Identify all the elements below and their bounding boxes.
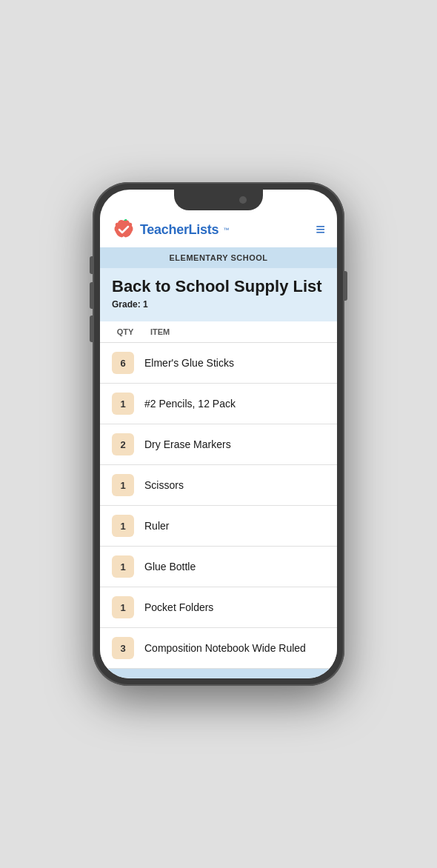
item-column-header: ITEM: [150, 327, 170, 336]
camera: [239, 196, 247, 204]
notch: [174, 190, 263, 210]
cart-section: Take Me to My Cart: a: [100, 669, 337, 678]
table-header: QTY ITEM: [100, 321, 337, 343]
screen-content: TeacherLists™ ≡ ELEMENTARY SCHOOL Back t…: [100, 190, 337, 678]
item-name: Composition Notebook Wide Ruled: [144, 642, 306, 654]
title-section: Back to School Supply List Grade: 1: [100, 268, 337, 321]
qty-badge: 1: [112, 515, 134, 537]
logo-text: TeacherLists: [140, 222, 218, 238]
logo: TeacherLists™: [112, 218, 229, 241]
qty-badge: 6: [112, 352, 134, 374]
logo-tm: ™: [223, 227, 229, 233]
supply-item: 1 Glue Bottle: [100, 547, 337, 587]
qty-badge: 1: [112, 393, 134, 415]
grade-label: Grade: 1: [112, 299, 325, 310]
qty-column-header: QTY: [112, 327, 139, 336]
phone-frame: TeacherLists™ ≡ ELEMENTARY SCHOOL Back t…: [93, 182, 344, 686]
item-name: Pocket Folders: [144, 601, 213, 613]
item-name: Dry Erase Markers: [144, 438, 231, 450]
supply-item: 1 Scissors: [100, 465, 337, 506]
supply-item: 6 Elmer's Glue Sticks: [100, 343, 337, 384]
item-name: Ruler: [144, 520, 169, 532]
item-name: Scissors: [144, 479, 184, 491]
app-header: TeacherLists™ ≡: [100, 210, 337, 247]
qty-badge: 1: [112, 474, 134, 496]
phone-screen: TeacherLists™ ≡ ELEMENTARY SCHOOL Back t…: [100, 190, 337, 678]
menu-button[interactable]: ≡: [316, 221, 325, 238]
school-banner: ELEMENTARY SCHOOL: [100, 247, 337, 268]
supply-list: 6 Elmer's Glue Sticks 1 #2 Pencils, 12 P…: [100, 343, 337, 669]
supply-item: 3 Composition Notebook Wide Ruled: [100, 628, 337, 669]
qty-badge: 3: [112, 637, 134, 659]
qty-badge: 1: [112, 596, 134, 618]
supply-item: 2 Dry Erase Markers: [100, 424, 337, 465]
list-title: Back to School Supply List: [112, 277, 325, 296]
qty-badge: 1: [112, 555, 134, 578]
item-name: #2 Pencils, 12 Pack: [144, 398, 236, 410]
qty-badge: 2: [112, 433, 134, 455]
item-name: Elmer's Glue Sticks: [144, 357, 234, 369]
supply-item: 1 Pocket Folders: [100, 587, 337, 628]
supply-item: 1 Ruler: [100, 506, 337, 547]
item-name: Glue Bottle: [144, 561, 196, 572]
supply-item: 1 #2 Pencils, 12 Pack: [100, 384, 337, 424]
logo-icon: [112, 218, 136, 241]
